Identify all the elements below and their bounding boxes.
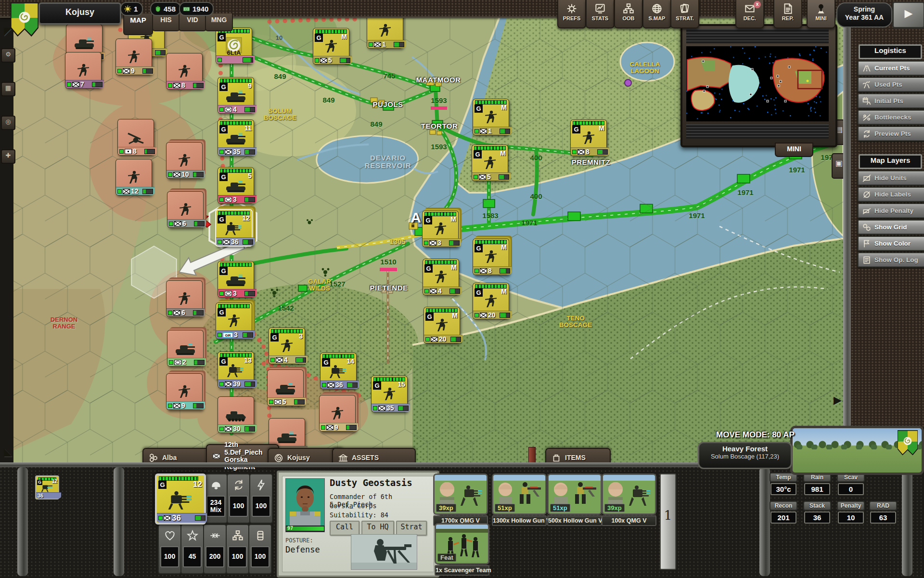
stacked-unit-counter-small[interactable]: G1236 [35, 475, 59, 499]
sidebar-button-bottlenecks[interactable]: Bottlenecks [858, 110, 924, 125]
commander-tohq-button[interactable]: To HQ [361, 521, 394, 536]
strength-band: 9 [320, 423, 358, 431]
map-edge-tool-3[interactable]: ✚ [1, 149, 15, 164]
friendly-unit-counter-3[interactable]: G3 [218, 261, 254, 298]
map-edge-tool-2[interactable]: ◎ [1, 116, 15, 130]
enemy-unit-counter-7[interactable]: 7 [65, 52, 102, 89]
troop-card-1700x-qmg-v[interactable]: 39xp1700x QMG V [433, 473, 488, 526]
enemy-unit-counter-8[interactable]: 8 [117, 119, 154, 156]
sidebar-button-preview-pts[interactable]: Preview Pts [858, 126, 924, 141]
troop-card-100x-qmg-v[interactable]: 39xp100x QMG V [602, 473, 656, 526]
readiness-bar [500, 129, 510, 134]
friendly-unit-counter-4[interactable]: G34 [269, 328, 305, 364]
enemy-unit-counter-10[interactable]: 10 [166, 142, 203, 179]
enemy-unit-counter-2[interactable]: 2 [167, 330, 204, 367]
strength-band: 9 [167, 401, 205, 409]
map-tab-mng[interactable]: MNG [205, 13, 233, 31]
barbed-wire-icon [209, 529, 221, 542]
supply-dot [269, 400, 273, 404]
troop-card-1x-scavenger-team[interactable]: Feat1x Scavenger Team [435, 523, 489, 576]
friendly-unit-counter-39[interactable]: G1339 [218, 352, 254, 388]
friendly-unit-counter-8[interactable]: GM8 [570, 119, 607, 156]
sidebar-button-initial-pts[interactable]: Initial Pts [858, 93, 924, 108]
enemy-unit-counter-9[interactable]: 9 [116, 39, 152, 75]
stats-icon [594, 2, 606, 15]
enemy-unit-counter-6[interactable]: 6 [166, 280, 203, 317]
friendly-unit-counter-8[interactable]: GM8 [473, 238, 509, 275]
map-tab-his[interactable]: HIS [152, 13, 180, 31]
sidebar-button-hide-penalty[interactable]: Hide Penalty [858, 203, 924, 218]
refresh-icon [862, 129, 872, 139]
friendly-unit-counter-36[interactable]: G1236 [215, 209, 253, 247]
friendly-unit-counter-3[interactable]: G53 [218, 167, 254, 204]
sidebar-button-show-grid[interactable]: Show Grid [858, 220, 924, 235]
friendly-unit-counter-20[interactable]: GM20 [424, 307, 460, 343]
strength-band: 35 [372, 404, 410, 412]
friendly-unit-counter-3[interactable]: GGR3 [216, 302, 252, 339]
scroll-down-left-arrow[interactable]: ◣ [4, 446, 12, 458]
menu-dec-button[interactable]: DEC.x [735, 0, 764, 28]
map-edge-tool-1[interactable]: ▦ [1, 82, 15, 96]
troop-card-1300x-hollow-gun-v[interactable]: 51xp1300x Hollow Gun V [492, 473, 547, 526]
strength-band: 3 [423, 238, 461, 247]
selected-unit-counter-large[interactable]: G1236 [155, 473, 206, 525]
minimap-top-strip [686, 29, 829, 43]
minimap-panel[interactable] [680, 24, 837, 147]
commander-call-button[interactable]: Call [330, 521, 359, 536]
sidebar-button-label: Hide Penalty [874, 207, 913, 214]
minimap-canvas[interactable] [686, 46, 829, 121]
friendly-unit-counter-5[interactable]: GM5 [472, 144, 508, 181]
menu-prefs-button[interactable]: PREFS [557, 0, 586, 28]
enemy-unit-counter-9[interactable]: 9 [166, 373, 203, 410]
sidebar-button-show-op-log[interactable]: Show Op. Log [858, 252, 924, 267]
menu-rep-button[interactable]: REP. [773, 0, 802, 28]
friendly-unit-counter-36[interactable]: G1436 [320, 353, 357, 389]
map-tab-map[interactable]: MAP [123, 13, 153, 35]
sidebar-button-hide-labels[interactable]: Hide Labels [858, 187, 924, 202]
friendly-unit-counter-35[interactable]: G1535 [371, 376, 408, 412]
sidebar-button-used-pts[interactable]: Used Pts [858, 77, 924, 92]
menu-strat-button[interactable]: STRAT. [670, 0, 699, 28]
enemy-unit-counter-6[interactable]: 6 [167, 191, 204, 228]
menu-label: STRAT. [671, 15, 698, 21]
friendly-unit-counter-20[interactable]: GM20 [473, 283, 509, 319]
friendly-unit-counter-35[interactable]: G1135 [218, 119, 254, 156]
readiness-pips [220, 263, 252, 267]
friendly-unit-counter-6LtA[interactable]: G6LtA [216, 27, 252, 64]
supply-dot [168, 83, 172, 88]
end-turn-button[interactable]: ▶ [892, 1, 924, 28]
scroll-right-arrow[interactable]: ▶ [834, 394, 842, 407]
strength-band [216, 55, 255, 64]
stat-value: 100 [229, 496, 248, 517]
enemy-unit-counter-9[interactable]: 9 [319, 395, 356, 432]
troop-card-500x-hollow-gun-v[interactable]: 51xp500x Hollow Gun V [547, 473, 602, 526]
map-edge-tool-0[interactable]: ⚙ [1, 48, 15, 63]
friendly-unit-counter-1[interactable]: 1 [367, 14, 403, 49]
sidebar-button-show-color[interactable]: Show Color [858, 236, 924, 251]
friendly-unit-counter-1[interactable]: GM1 [473, 99, 509, 135]
troop-list-scrollbar[interactable]: 1 [660, 473, 676, 570]
readiness-bar [294, 399, 305, 405]
enemy-unit-counter-30[interactable]: 30 [218, 396, 254, 433]
friendly-unit-counter-3[interactable]: GM3 [422, 210, 459, 247]
minimap-tab[interactable]: MINI [775, 143, 813, 157]
friendly-unit-counter-4[interactable]: G94 [218, 77, 254, 114]
enemy-unit-counter-8[interactable]: 8 [166, 53, 203, 90]
menu-stats-button[interactable]: STATS [586, 0, 615, 28]
supply-dot [119, 149, 124, 154]
menu-smap-button[interactable]: S.MAP [642, 0, 671, 28]
unit-art-mg [166, 489, 195, 512]
sidebar-button-hide-units[interactable]: Hide Units [858, 171, 924, 185]
sidebar-button-current-pts[interactable]: Current Pts [858, 61, 924, 76]
enemy-unit-counter-12[interactable]: 12 [116, 159, 152, 196]
commander-strat-button[interactable]: Strat [396, 521, 427, 536]
menu-mini-button[interactable]: MINI [807, 0, 835, 28]
troop-xp-badge: 39xp [436, 504, 456, 512]
strength-number: 8 [181, 82, 185, 89]
friendly-unit-counter-5[interactable]: GM5 [313, 28, 349, 65]
menu-oob-button[interactable]: OOB [614, 0, 643, 28]
map-tab-vid[interactable]: VID [179, 13, 206, 31]
friendly-unit-counter-4[interactable]: GM4 [423, 259, 459, 295]
enemy-unit-counter-5[interactable]: 5 [267, 369, 304, 406]
resource-cash: 1940 [179, 2, 214, 16]
